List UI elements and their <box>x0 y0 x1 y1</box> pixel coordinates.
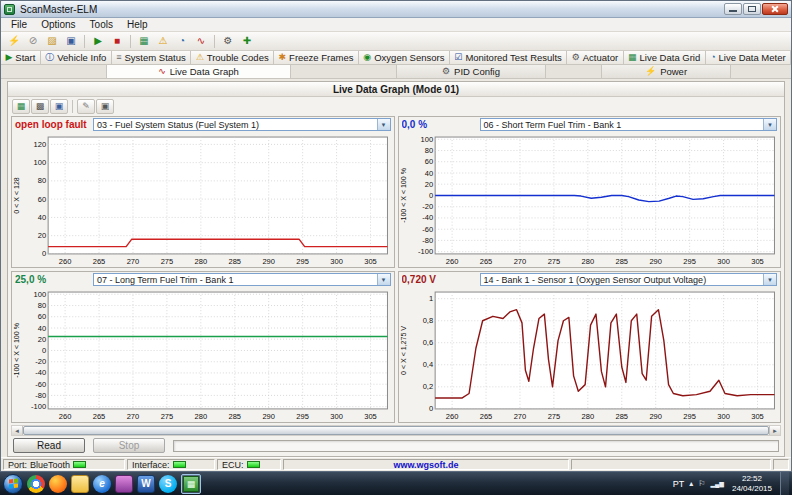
graph-icon[interactable]: ∿ <box>192 33 210 49</box>
network-icon[interactable]: ▂▄▆ <box>710 481 723 487</box>
pid-select-fuel-system-status[interactable]: 03 - Fuel System Status (Fuel System 1) … <box>93 118 391 131</box>
svg-text:285: 285 <box>228 257 241 266</box>
svg-text:260: 260 <box>445 257 458 266</box>
svg-text:260: 260 <box>445 412 458 421</box>
svg-text:290: 290 <box>649 257 662 266</box>
add-icon[interactable]: ✚ <box>238 33 256 49</box>
print-icon[interactable]: ▣ <box>96 99 114 114</box>
hidden-icons-arrow[interactable]: ▴ <box>689 480 693 488</box>
chevron-down-icon[interactable]: ▼ <box>377 274 390 285</box>
tab-trouble-codes[interactable]: ⚠Trouble Codes <box>191 51 274 64</box>
save-graph-icon[interactable]: ▣ <box>50 99 68 114</box>
chevron-down-icon[interactable]: ▼ <box>763 274 776 285</box>
settings-icon[interactable]: ⚙ <box>219 33 237 49</box>
stop-button[interactable]: Stop <box>93 438 165 453</box>
read-icon[interactable]: ▶ <box>89 33 107 49</box>
website-link[interactable]: www.wgsoft.de <box>288 460 564 470</box>
tab-freeze-frames[interactable]: ✱Freeze Frames <box>274 51 359 64</box>
skype-icon[interactable]: S <box>159 475 177 493</box>
svg-text:-20: -20 <box>35 357 46 366</box>
svg-text:290: 290 <box>262 412 275 421</box>
svg-text:300: 300 <box>330 257 343 266</box>
tab-live-data-graph[interactable]: ∿Live Data Graph <box>106 64 291 78</box>
panel-title: Live Data Graph (Mode 01) <box>8 82 784 97</box>
menu-help[interactable]: Help <box>120 19 155 30</box>
svg-text:100: 100 <box>34 290 47 299</box>
save-icon[interactable]: ▣ <box>62 33 80 49</box>
taskbar-clock[interactable]: 22:52 24/04/2015 <box>729 474 775 494</box>
maximize-button[interactable] <box>743 3 761 15</box>
menu-tools[interactable]: Tools <box>83 19 120 30</box>
tab-pid-config[interactable]: ⚙PID Config <box>396 64 546 78</box>
add-graph-icon[interactable]: ▦ <box>12 99 30 114</box>
meter-icon[interactable]: ◔ <box>173 33 191 49</box>
scrollbar-thumb[interactable] <box>23 426 769 435</box>
pid-select-long-term-fuel-trim[interactable]: 07 - Long Term Fuel Trim - Bank 1 ▼ <box>93 273 391 286</box>
show-desktop-button[interactable] <box>780 472 789 495</box>
pid-select-short-term-fuel-trim[interactable]: 06 - Short Term Fuel Trim - Bank 1 ▼ <box>480 118 778 131</box>
svg-text:300: 300 <box>717 412 730 421</box>
svg-text:280: 280 <box>581 257 594 266</box>
svg-text:20: 20 <box>424 180 432 189</box>
horizontal-scrollbar[interactable]: ◄ ► <box>11 425 781 436</box>
chart-panel-short-term-fuel-trim: 0,0 % 06 - Short Term Fuel Trim - Bank 1… <box>398 116 782 268</box>
tab-actuator[interactable]: ⚙Actuator <box>567 51 623 64</box>
chevron-down-icon[interactable]: ▼ <box>377 119 390 130</box>
svg-text:270: 270 <box>127 412 140 421</box>
tab-power[interactable]: ⚡Power <box>601 64 731 78</box>
svg-text:275: 275 <box>161 257 174 266</box>
svg-text:280: 280 <box>195 412 208 421</box>
svg-text:270: 270 <box>513 412 526 421</box>
scroll-right-icon[interactable]: ► <box>769 426 780 435</box>
edit-icon[interactable]: ✎ <box>77 99 95 114</box>
connect-icon[interactable]: ⚡ <box>5 33 23 49</box>
media-player-icon[interactable] <box>115 475 133 493</box>
trouble-codes-icon[interactable]: ⚠ <box>154 33 172 49</box>
graph-toolbar: ▦ ▩ ▣ ✎ ▣ <box>8 97 784 115</box>
tab-oxygen-sensors[interactable]: ◉Oxygen Sensors <box>359 51 450 64</box>
read-button[interactable]: Read <box>13 438 85 453</box>
chrome-icon[interactable] <box>27 475 45 493</box>
gear-icon: ⚙ <box>572 53 580 62</box>
graph-layout-icon[interactable]: ▩ <box>31 99 49 114</box>
tab-live-data-meter[interactable]: ◔Live Data Meter <box>706 51 791 64</box>
tab-vehicle-info[interactable]: ⓘVehicle Info <box>41 51 112 64</box>
disconnect-icon[interactable]: ⊘ <box>24 33 42 49</box>
svg-text:60: 60 <box>38 195 46 204</box>
minimize-button[interactable] <box>724 3 742 15</box>
flag-icon[interactable]: ⚐ <box>698 480 705 488</box>
menu-file[interactable]: File <box>4 19 34 30</box>
svg-text:1: 1 <box>428 294 432 303</box>
chevron-down-icon[interactable]: ▼ <box>763 119 776 130</box>
svg-text:0: 0 <box>42 346 46 355</box>
svg-text:-60: -60 <box>35 380 46 389</box>
internet-explorer-icon[interactable]: e <box>93 475 111 493</box>
menu-options[interactable]: Options <box>34 19 82 30</box>
open-icon[interactable]: ▨ <box>43 33 61 49</box>
word-icon[interactable]: W <box>137 475 155 493</box>
svg-text:305: 305 <box>364 412 377 421</box>
windows-logo-icon <box>9 479 18 489</box>
pid-select-o2-sensor-voltage[interactable]: 14 - Bank 1 - Sensor 1 (Oxygen Sensor Ou… <box>480 273 778 286</box>
chart-value-o2-sensor-voltage: 0,720 V <box>402 274 478 285</box>
svg-text:20: 20 <box>38 231 46 240</box>
status-interface: Interface: <box>127 459 215 470</box>
close-button[interactable] <box>762 3 788 15</box>
title-bar[interactable]: ScanMaster-ELM <box>1 1 791 18</box>
chart-panel-o2-sensor-voltage: 0,720 V 14 - Bank 1 - Sensor 1 (Oxygen S… <box>398 271 782 423</box>
start-button[interactable] <box>3 474 23 494</box>
stop-icon[interactable]: ■ <box>108 33 126 49</box>
tab-monitored-test-results[interactable]: ☑Monitored Test Results <box>450 51 567 64</box>
scanmaster-taskbar-button[interactable]: ▦ <box>181 474 201 494</box>
data-grid-icon[interactable]: ▦ <box>135 33 153 49</box>
tab-live-data-grid[interactable]: ▦Live Data Grid <box>624 51 706 64</box>
scroll-left-icon[interactable]: ◄ <box>12 426 23 435</box>
language-indicator[interactable]: PT <box>673 479 685 489</box>
svg-text:0: 0 <box>428 191 432 200</box>
firefox-icon[interactable] <box>49 475 67 493</box>
tab-system-status[interactable]: ≡System Status <box>112 51 191 64</box>
system-tray: PT ▴ ⚐ ▂▄▆ 22:52 24/04/2015 <box>673 472 789 495</box>
tab-start[interactable]: ▶Start <box>1 51 41 64</box>
explorer-folder-icon[interactable] <box>71 475 89 493</box>
live-data-graph-panel: Live Data Graph (Mode 01) ▦ ▩ ▣ ✎ ▣ open… <box>7 81 785 457</box>
